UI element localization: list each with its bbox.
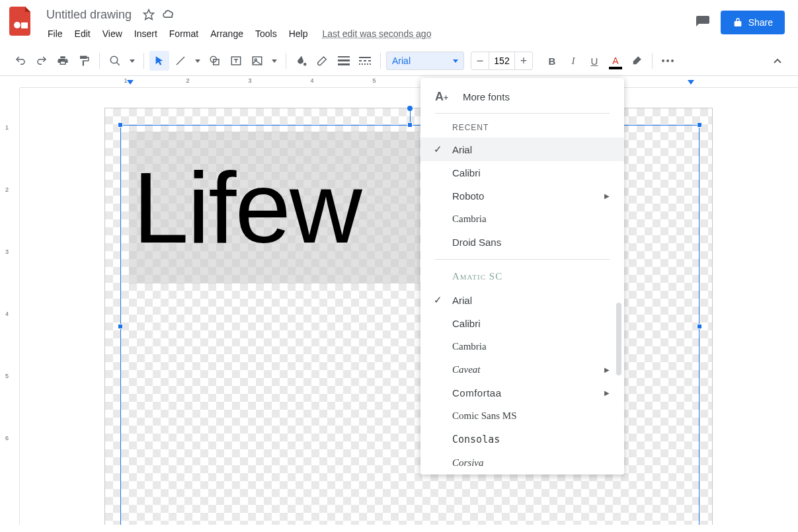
font-item-label: Droid Sans	[452, 237, 610, 248]
menu-edit[interactable]: Edit	[69, 26, 96, 42]
indent-marker-left[interactable]	[127, 80, 134, 85]
underline-button[interactable]: U	[584, 51, 604, 71]
font-item-calibri[interactable]: Calibri	[420, 161, 624, 184]
bold-button[interactable]: B	[542, 51, 562, 71]
highlight-button[interactable]	[627, 51, 647, 71]
svg-rect-17	[359, 60, 362, 61]
svg-rect-13	[338, 56, 350, 57]
ruler-tick: 1	[5, 124, 9, 131]
ruler-tick: 3	[248, 77, 251, 84]
menu-file[interactable]: File	[42, 26, 68, 42]
svg-rect-16	[359, 57, 371, 58]
workspace: 123456789 123456 Lifew	[0, 76, 798, 525]
font-item-label: Calibri	[452, 167, 610, 178]
shape-tool[interactable]	[205, 51, 225, 71]
ruler-tick: 4	[310, 77, 313, 84]
font-item-cambria[interactable]: Cambria	[420, 335, 624, 358]
menu-view[interactable]: View	[97, 26, 128, 42]
font-item-droid-sans[interactable]: Droid Sans	[420, 231, 624, 254]
menu-help[interactable]: Help	[284, 26, 313, 42]
scrollbar-thumb[interactable]	[616, 303, 621, 375]
resize-handle-tm[interactable]	[407, 122, 413, 128]
font-family-value: Arial	[392, 56, 453, 66]
font-item-arial[interactable]: ✓Arial	[420, 137, 624, 161]
more-fonts-item[interactable]: A+ More fonts	[420, 78, 624, 113]
menu-tools[interactable]: Tools	[250, 26, 282, 42]
text-color-button[interactable]: A	[606, 51, 625, 71]
rotate-line	[410, 111, 411, 123]
font-item-corsiva[interactable]: Corsiva	[420, 451, 624, 475]
font-size-input[interactable]	[489, 52, 515, 69]
font-item-roboto[interactable]: Roboto▶	[420, 184, 624, 208]
font-size-increase[interactable]: +	[515, 52, 532, 69]
resize-handle-tl[interactable]	[118, 122, 123, 128]
share-button[interactable]: Share	[721, 11, 785, 34]
textbox-tool[interactable]	[226, 51, 246, 71]
ruler-tick: 1	[124, 77, 127, 84]
font-item-caveat[interactable]: Caveat▶	[420, 358, 624, 381]
star-icon[interactable]	[142, 8, 155, 21]
drawings-logo-icon[interactable]	[8, 5, 34, 37]
redo-button[interactable]	[32, 51, 52, 71]
line-dropdown[interactable]	[192, 51, 204, 71]
svg-marker-2	[144, 10, 154, 20]
undo-button[interactable]	[11, 51, 30, 71]
print-button[interactable]	[53, 51, 73, 71]
font-item-cambria[interactable]: Cambria	[420, 208, 624, 231]
font-item-amatic-sc[interactable]: Amatic SC	[420, 265, 624, 288]
more-fonts-label: More fonts	[463, 91, 510, 102]
font-item-comfortaa[interactable]: Comfortaa▶	[420, 381, 624, 404]
font-item-label: Caveat	[452, 364, 595, 375]
cloud-status-icon[interactable]	[162, 8, 175, 21]
font-family-dropdown[interactable]: Arial	[386, 52, 464, 70]
italic-button[interactable]: I	[563, 51, 583, 71]
share-label: Share	[748, 17, 773, 28]
submenu-arrow-icon: ▶	[604, 192, 610, 200]
chevron-down-icon	[453, 59, 458, 63]
indent-marker-right[interactable]	[688, 80, 694, 85]
font-item-label: Consolas	[452, 434, 610, 445]
resize-handle-mr[interactable]	[697, 324, 702, 329]
border-dash-button[interactable]	[355, 51, 375, 71]
font-item-consolas[interactable]: Consolas	[420, 428, 624, 451]
canvas-viewport[interactable]: Lifew	[20, 88, 798, 525]
more-button[interactable]	[658, 51, 678, 71]
horizontal-ruler[interactable]: 123456789	[20, 76, 798, 88]
image-tool[interactable]	[247, 51, 267, 71]
image-dropdown[interactable]	[268, 51, 280, 71]
font-size-decrease[interactable]: −	[471, 52, 489, 69]
submenu-arrow-icon: ▶	[604, 389, 610, 397]
svg-rect-20	[359, 63, 360, 65]
paint-format-button[interactable]	[74, 51, 94, 71]
menu-arrange[interactable]: Arrange	[205, 26, 249, 42]
border-weight-button[interactable]	[334, 51, 354, 71]
svg-rect-22	[364, 63, 366, 65]
collapse-toolbar-button[interactable]	[768, 51, 787, 71]
menu-format[interactable]: Format	[164, 26, 204, 42]
font-dropdown-menu: A+ More fonts RECENT ✓ArialCalibriRoboto…	[420, 78, 624, 475]
fill-color-button[interactable]	[292, 51, 311, 71]
document-title[interactable]: Untitled drawing	[42, 7, 136, 23]
app-header: Untitled drawing File Edit View Insert F…	[0, 0, 798, 44]
vertical-ruler[interactable]: 123456	[0, 88, 20, 525]
menu-insert[interactable]: Insert	[129, 26, 163, 42]
comments-icon[interactable]	[694, 14, 711, 31]
svg-point-26	[666, 59, 669, 62]
font-item-arial[interactable]: ✓Arial	[420, 288, 624, 312]
zoom-dropdown[interactable]	[126, 51, 138, 71]
select-tool[interactable]	[149, 51, 169, 71]
ruler-tick: 5	[5, 373, 9, 379]
svg-point-0	[14, 22, 20, 28]
font-item-calibri[interactable]: Calibri	[420, 312, 624, 335]
last-edit-link[interactable]: Last edit was seconds ago	[322, 28, 431, 39]
line-tool[interactable]	[171, 51, 190, 71]
resize-handle-tr[interactable]	[697, 122, 702, 128]
font-item-label: Calibri	[452, 318, 610, 329]
rotate-handle[interactable]	[407, 106, 413, 111]
zoom-button[interactable]	[105, 51, 125, 71]
border-color-button[interactable]	[313, 51, 333, 71]
font-item-comic-sans-ms[interactable]: Comic Sans MS	[420, 404, 624, 428]
more-fonts-icon: A+	[435, 90, 448, 104]
svg-point-3	[110, 56, 118, 63]
resize-handle-ml[interactable]	[118, 324, 123, 329]
